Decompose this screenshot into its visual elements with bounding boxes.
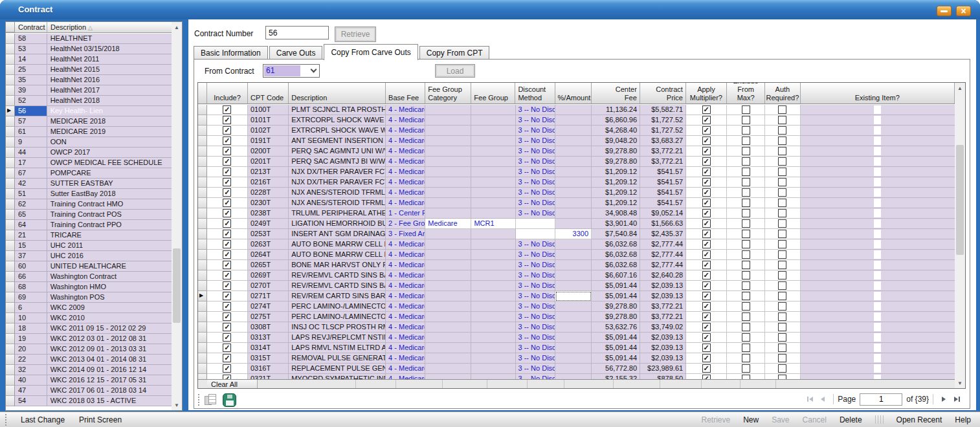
cell-fgc[interactable] [425,260,471,270]
cell-fg[interactable]: MCR1 [471,219,515,229]
contract-list-row[interactable]: 44OWCP 2017 [6,148,172,158]
cell-fg[interactable] [471,374,515,379]
auth-required-checkbox[interactable] [778,354,786,362]
contract-number-cell[interactable]: 64 [15,220,47,230]
cell-disc[interactable]: 3 -- No Disco [516,343,555,353]
contract-number-cell[interactable]: 65 [15,210,47,220]
contract-description-cell[interactable]: HealthNet 2011 [47,54,172,65]
contract-description-cell[interactable]: HEALTHNET [47,34,172,44]
apply-multiplier-checkbox[interactable]: ✓ [702,250,711,259]
cell-cpt[interactable]: 0216T [248,177,289,188]
cell-price[interactable]: $2,777.44 [640,250,686,260]
cell-desc[interactable]: NJX ANES/STEROID TFRML [289,188,386,198]
cell-amt[interactable]: 3300 [555,229,592,239]
cell-fgc[interactable] [425,229,471,239]
contract-description-cell[interactable]: Key Health- Lien [47,106,172,116]
cell-disc[interactable]: 3 -- No Disco [516,239,555,250]
cell-amt[interactable] [555,177,592,188]
cell-base[interactable]: 4 - Medicare [386,270,425,281]
cell-desc[interactable]: PERC LAMINO-/LAMINECTO [289,312,386,322]
contract-number-cell[interactable]: 44 [15,148,47,158]
existing-item-checkbox[interactable] [874,126,881,135]
apply-multiplier-checkbox[interactable]: ✓ [702,292,711,300]
apply-multiplier-checkbox[interactable]: ✓ [702,302,711,311]
cell-fgc[interactable] [425,250,471,260]
cell-price[interactable]: $2,777.44 [640,239,686,250]
combo-drop-button[interactable] [308,65,319,77]
cell-cpt[interactable]: 0265T [248,260,289,270]
cell-price[interactable]: $541.57 [640,188,686,198]
cell-cpt[interactable]: 0313T [248,333,289,343]
contract-number-cell[interactable]: 54 [15,396,47,406]
cell-amt[interactable] [555,126,592,136]
cell-cpt[interactable]: 0308T [248,322,289,333]
existing-item-checkbox[interactable] [874,116,881,124]
row-selector[interactable] [198,188,207,198]
cell-disc[interactable]: 3 -- No Disco [516,126,555,136]
cell-center[interactable]: $1,209.12 [592,177,640,188]
exclude-from-max-checkbox[interactable] [742,116,750,124]
row-selector[interactable] [6,303,15,313]
auth-required-checkbox[interactable] [778,375,786,379]
exclude-from-max-checkbox[interactable] [742,312,750,321]
cell-fgc[interactable] [425,105,471,115]
cell-center[interactable]: $6,032.68 [592,260,640,270]
cell-base[interactable]: 4 - Medicare [386,353,425,364]
apply-multiplier-checkbox[interactable]: ✓ [702,261,711,269]
cell-disc[interactable]: 3 -- No Disco [516,333,555,343]
existing-item-checkbox[interactable] [874,323,881,331]
row-selector[interactable] [198,208,207,219]
cell-desc[interactable]: PERQ SAC AGMNTJ BI W/WO [289,157,386,167]
existing-item-checkbox[interactable] [874,375,881,379]
auth-required-checkbox[interactable] [778,240,786,248]
row-selector[interactable] [198,260,207,270]
cell-desc[interactable]: AUTO BONE MARRW CELL F [289,250,386,260]
contract-list-row[interactable]: 66Washington Contract [6,272,172,282]
cell-disc[interactable]: 3 -- No Disco [516,353,555,364]
cell-fg[interactable] [471,177,515,188]
cell-cpt[interactable]: 0230T [248,198,289,208]
apply-multiplier-checkbox[interactable]: ✓ [702,168,711,176]
include-checkbox[interactable]: ✓ [223,271,231,279]
cell-disc[interactable]: 3 -- No Disco [516,177,555,188]
cell-desc[interactable]: NJX DX/THER PARAVER FCT [289,167,386,177]
cell-desc[interactable]: PLMT SCJNCL RTA PROSTH [289,105,386,115]
contract-list-row[interactable]: 65Training Contract POS [6,210,172,220]
cell-price[interactable]: $541.57 [640,177,686,188]
apply-multiplier-checkbox[interactable]: ✓ [702,230,711,238]
cell-base[interactable]: 4 - Medicare [386,105,425,115]
cell-desc[interactable]: EXTRCRPL SHOCK WAVE W [289,126,386,136]
cell-fg[interactable] [471,167,515,177]
row-selector[interactable] [6,96,15,106]
row-selector[interactable] [198,250,207,260]
contract-description-cell[interactable]: MEDICARE 2019 [47,127,172,137]
cell-amt[interactable] [555,374,592,379]
cell-cpt[interactable]: 0249T [248,219,289,229]
auth-required-checkbox[interactable] [778,209,786,217]
cell-price[interactable]: $541.57 [640,167,686,177]
cell-base[interactable]: 4 - Medicare [386,374,425,379]
contract-number-cell[interactable]: 51 [15,189,47,199]
row-selector[interactable] [6,272,15,282]
cell-cpt[interactable]: 0314T [248,343,289,353]
contract-description-cell[interactable]: Training Contract POS [47,210,172,220]
existing-item-checkbox[interactable] [874,209,881,217]
row-selector[interactable] [198,167,207,177]
auth-required-checkbox[interactable] [778,219,786,228]
contract-number-cell[interactable]: 35 [15,75,47,85]
cell-center[interactable]: $3,901.40 [592,219,640,229]
cell-price[interactable]: $3,772.21 [640,301,686,312]
contract-description-cell[interactable]: MEDICARE 2018 [47,116,172,127]
contract-description-cell[interactable]: WKC 2010 [47,313,172,323]
contract-description-cell[interactable]: HealthNet 2015 [47,65,172,75]
auth-required-checkbox[interactable] [778,271,786,279]
include-checkbox[interactable]: ✓ [223,188,231,197]
auth-required-checkbox[interactable] [778,250,786,259]
row-selector[interactable] [6,355,15,365]
existing-item-checkbox[interactable] [874,240,881,248]
cell-disc[interactable]: 3 -- No Disco [516,167,555,177]
cell-cpt[interactable]: 0269T [248,270,289,281]
next-page-button[interactable] [937,393,950,405]
cell-disc[interactable]: 3 -- No Disco [516,364,555,374]
contract-description-cell[interactable]: OON [47,137,172,148]
